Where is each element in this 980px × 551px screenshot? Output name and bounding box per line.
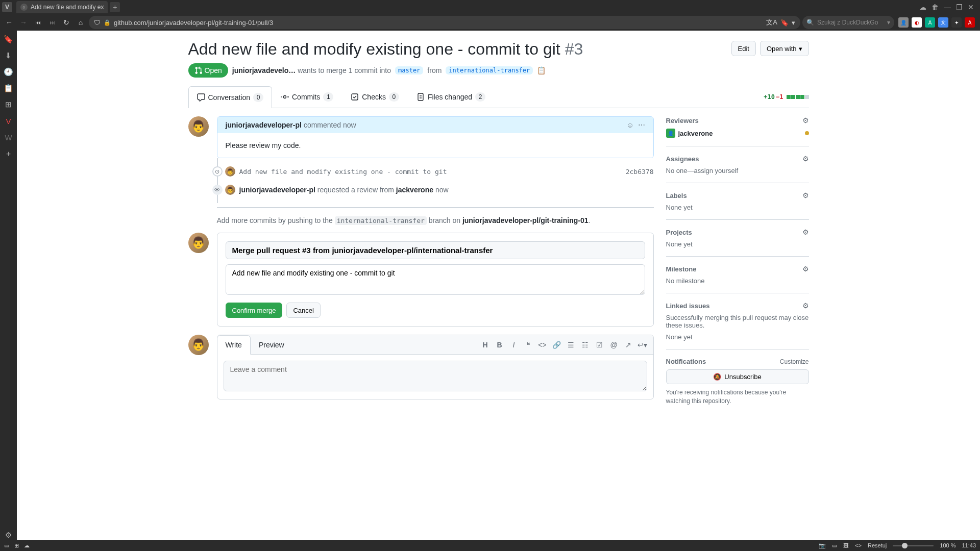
head-branch[interactable]: international-transfer bbox=[446, 66, 533, 74]
search-input[interactable]: 🔍 Szukaj z DuckDuckGo ▾ bbox=[802, 16, 894, 29]
eye-badge-icon: 👁 bbox=[212, 185, 223, 195]
pr-description-comment: juniorjavadeveloper-pl commented now ☺ ⋯… bbox=[188, 116, 654, 158]
sync-icon[interactable]: ☁ bbox=[24, 542, 30, 549]
avatar[interactable] bbox=[188, 116, 209, 137]
profile-icon[interactable]: 👤 bbox=[898, 17, 909, 28]
quote-icon[interactable]: ❝ bbox=[522, 338, 535, 352]
file-diff-icon bbox=[416, 93, 425, 101]
capture-icon[interactable]: 📷 bbox=[819, 542, 826, 549]
avatar[interactable] bbox=[225, 185, 235, 195]
chevron-down-icon[interactable]: ▾ bbox=[887, 19, 890, 26]
gear-icon[interactable]: ⚙ bbox=[802, 116, 809, 124]
edit-button[interactable]: Edit bbox=[731, 41, 756, 56]
downloads-icon[interactable]: ⬇ bbox=[4, 51, 13, 60]
url-input[interactable]: 🛡 🔒 github.com/juniorjavadeveloper-pl/gi… bbox=[89, 16, 800, 29]
browser-tab[interactable]: ○ Add new file and modify ex bbox=[16, 1, 108, 13]
fastforward-button[interactable]: ⏭ bbox=[46, 16, 58, 29]
translate-icon[interactable]: 文A bbox=[766, 18, 777, 27]
customize-link[interactable]: Customize bbox=[780, 358, 809, 365]
maximize-icon[interactable]: ❐ bbox=[956, 3, 963, 11]
italic-icon[interactable]: I bbox=[507, 338, 521, 352]
code-icon[interactable]: <> bbox=[536, 338, 549, 352]
ext-icon-2[interactable]: A bbox=[925, 17, 935, 28]
bookmark-icon[interactable]: 🔖 bbox=[780, 19, 789, 27]
gear-icon[interactable]: ⚙ bbox=[802, 265, 809, 273]
reload-button[interactable]: ↻ bbox=[60, 16, 72, 29]
page-content: Add new file and modify existing one - c… bbox=[17, 31, 980, 540]
mention-icon[interactable]: @ bbox=[607, 338, 621, 352]
back-button[interactable]: ← bbox=[3, 16, 15, 29]
new-tab-button[interactable]: + bbox=[110, 2, 120, 12]
ul-icon[interactable]: ☰ bbox=[565, 338, 578, 352]
tab-commits[interactable]: Commits 1 bbox=[272, 86, 342, 108]
merge-body-input[interactable] bbox=[226, 264, 645, 295]
crossref-icon[interactable]: ↗ bbox=[622, 338, 635, 352]
zoom-slider[interactable] bbox=[893, 545, 934, 546]
link-icon[interactable]: 🔗 bbox=[550, 338, 564, 352]
cancel-merge-button[interactable]: Cancel bbox=[286, 303, 320, 318]
tile-icon[interactable]: ⊞ bbox=[14, 542, 19, 549]
ext-icon-4[interactable]: ✦ bbox=[951, 17, 962, 28]
ext-icon-5[interactable]: A bbox=[965, 17, 975, 28]
images-icon[interactable]: 🖼 bbox=[843, 542, 849, 548]
comment-textarea[interactable] bbox=[224, 361, 647, 391]
history-icon[interactable]: 🕘 bbox=[4, 67, 13, 77]
gear-icon[interactable]: ⚙ bbox=[802, 302, 809, 310]
pull-request-icon bbox=[194, 66, 203, 74]
copy-icon[interactable]: 📋 bbox=[537, 66, 546, 74]
merge-title-input[interactable] bbox=[226, 241, 645, 259]
commit-sha[interactable]: 2cb6378 bbox=[626, 168, 654, 176]
merge-box: Confirm merge Cancel bbox=[188, 233, 654, 327]
vivaldi-icon[interactable]: V bbox=[2, 2, 12, 12]
emoji-icon[interactable]: ☺ bbox=[626, 121, 633, 129]
vivaldi-panel-icon[interactable]: V bbox=[4, 116, 13, 126]
tab-files-changed[interactable]: Files changed 2 bbox=[408, 86, 494, 108]
close-window-icon[interactable]: ✕ bbox=[968, 3, 974, 11]
add-panel-icon[interactable]: ＋ bbox=[4, 149, 13, 158]
wiki-icon[interactable]: W bbox=[4, 133, 13, 142]
kebab-icon[interactable]: ⋯ bbox=[638, 121, 645, 129]
gear-icon[interactable]: ⚙ bbox=[802, 155, 809, 163]
base-branch[interactable]: master bbox=[395, 66, 423, 74]
gear-icon[interactable]: ⚙ bbox=[802, 228, 809, 236]
bookmarks-icon[interactable]: 🔖 bbox=[4, 35, 13, 44]
avatar[interactable] bbox=[225, 166, 235, 177]
minimize-icon[interactable]: — bbox=[944, 3, 951, 11]
tab-conversation[interactable]: Conversation 0 bbox=[188, 86, 273, 108]
ext-icon-3[interactable]: 文 bbox=[938, 17, 948, 28]
window-icon[interactable]: ⊞ bbox=[4, 100, 13, 109]
preview-tab[interactable]: Preview bbox=[251, 336, 292, 354]
ext-icon-1[interactable]: ◐ bbox=[912, 17, 922, 28]
cloud-icon[interactable]: ☁ bbox=[919, 3, 926, 11]
notes-icon[interactable]: 📋 bbox=[4, 84, 13, 93]
trash-icon[interactable]: 🗑 bbox=[932, 3, 939, 11]
commit-message[interactable]: Add new file and modify existing one - c… bbox=[239, 168, 622, 176]
panel-icon[interactable]: ▭ bbox=[832, 542, 837, 549]
window-controls: ☁ 🗑 — ❐ ✕ bbox=[919, 3, 978, 11]
avatar[interactable] bbox=[188, 335, 209, 355]
settings-icon[interactable]: ⚙ bbox=[4, 531, 13, 540]
panel-toggle-icon[interactable]: ▭ bbox=[4, 542, 9, 549]
confirm-merge-button[interactable]: Confirm merge bbox=[226, 303, 283, 318]
heading-icon[interactable]: H bbox=[479, 338, 492, 352]
reviewer-item[interactable]: 👤 jackverone bbox=[666, 129, 809, 138]
devtools-icon[interactable]: <> bbox=[855, 542, 862, 548]
timeline-review-request: 👁 juniorjavadeveloper-pl requested a rev… bbox=[188, 185, 654, 195]
rewind-button[interactable]: ⏮ bbox=[32, 16, 44, 29]
forward-button[interactable]: → bbox=[17, 16, 30, 29]
bold-icon[interactable]: B bbox=[493, 338, 506, 352]
open-with-button[interactable]: Open with ▾ bbox=[760, 41, 809, 56]
ol-icon[interactable]: ☷ bbox=[579, 338, 592, 352]
gear-icon[interactable]: ⚙ bbox=[802, 191, 809, 199]
home-button[interactable]: ⌂ bbox=[75, 16, 87, 29]
chevron-down-icon: ▾ bbox=[799, 45, 802, 53]
tab-checks[interactable]: Checks 0 bbox=[342, 86, 408, 108]
unsubscribe-button[interactable]: 🔕 Unsubscribe bbox=[666, 369, 809, 384]
avatar[interactable] bbox=[188, 233, 209, 253]
chevron-down-icon[interactable]: ▾ bbox=[792, 19, 795, 27]
tasklist-icon[interactable]: ☑ bbox=[593, 338, 606, 352]
reply-icon[interactable]: ↩▾ bbox=[636, 338, 649, 352]
reset-zoom[interactable]: Resetuj bbox=[868, 542, 887, 548]
write-tab[interactable]: Write bbox=[217, 335, 251, 355]
svg-rect-2 bbox=[418, 93, 423, 101]
